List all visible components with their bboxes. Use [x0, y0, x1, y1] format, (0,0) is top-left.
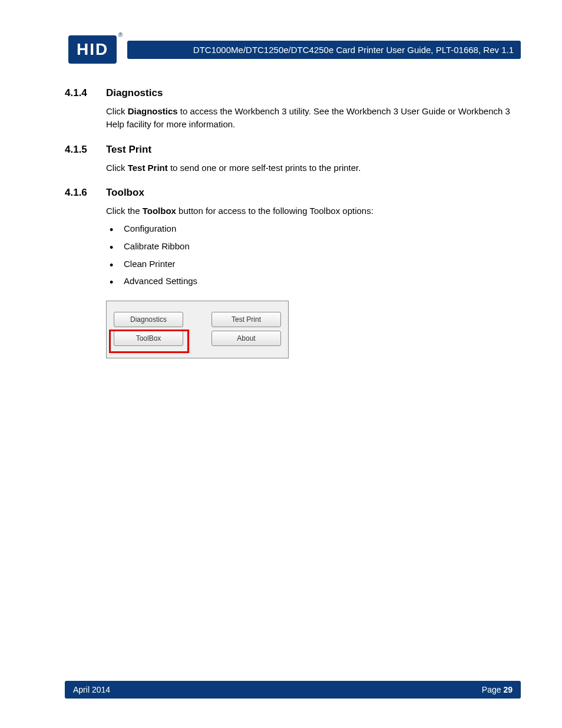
about-button[interactable]: About: [211, 331, 281, 346]
section-body: Click Diagnostics to access the Workbenc…: [106, 105, 521, 131]
toolbox-button[interactable]: ToolBox: [114, 331, 183, 346]
list-item: Advanced Settings: [106, 275, 521, 288]
toolbox-dialog-screenshot: Diagnostics Test Print ToolBox About: [106, 301, 289, 358]
page-footer: April 2014 Page 29: [65, 681, 521, 699]
list-item: Calibrate Ribbon: [106, 240, 521, 253]
section-toolbox: 4.1.6 Toolbox Click the Toolbox button f…: [65, 187, 521, 288]
test-print-button[interactable]: Test Print: [211, 312, 281, 327]
section-diagnostics: 4.1.4 Diagnostics Click Diagnostics to a…: [65, 87, 521, 131]
registered-mark: ®: [118, 32, 123, 38]
logo-wrap: HID ®: [68, 35, 117, 64]
section-title: Toolbox: [106, 187, 144, 199]
hid-logo: HID: [68, 35, 117, 64]
footer-page: Page 29: [482, 685, 513, 694]
section-title: Test Print: [106, 144, 151, 156]
section-body: Click Test Print to send one or more sel…: [106, 162, 521, 174]
list-item: Clean Printer: [106, 258, 521, 271]
section-number: 4.1.6: [65, 187, 92, 199]
section-body: Click the Toolbox button for access to t…: [106, 205, 521, 218]
toolbox-options-list: Configuration Calibrate Ribbon Clean Pri…: [106, 222, 521, 288]
page-header: HID ® DTC1000Me/DTC1250e/DTC4250e Card P…: [68, 35, 521, 64]
list-item: Configuration: [106, 222, 521, 235]
diagnostics-button[interactable]: Diagnostics: [114, 312, 183, 327]
section-number: 4.1.5: [65, 144, 92, 156]
header-title-bar: DTC1000Me/DTC1250e/DTC4250e Card Printer…: [127, 41, 521, 59]
section-test-print: 4.1.5 Test Print Click Test Print to sen…: [65, 144, 521, 174]
footer-date: April 2014: [73, 685, 110, 694]
section-title: Diagnostics: [106, 87, 163, 99]
section-number: 4.1.4: [65, 87, 92, 99]
